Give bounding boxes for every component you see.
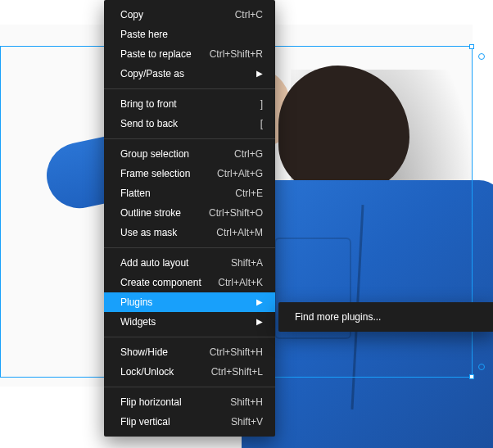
- menu-item-paste-here[interactable]: Paste here: [104, 25, 275, 44]
- submenu-arrow-icon: ▶: [256, 298, 263, 306]
- menu-item-copy-paste-as-label: Copy/Paste as: [120, 68, 256, 79]
- menu-item-paste-replace-shortcut: Ctrl+Shift+R: [195, 48, 263, 60]
- menu-item-use-mask-shortcut: Ctrl+Alt+M: [201, 227, 263, 238]
- menu-item-create-comp[interactable]: Create componentCtrl+Alt+K: [104, 273, 275, 292]
- menu-item-widgets[interactable]: Widgets▶: [104, 312, 275, 332]
- menu-item-create-comp-shortcut: Ctrl+Alt+K: [203, 277, 263, 288]
- menu-item-flip-h-label: Flip horizontal: [120, 396, 215, 408]
- menu-item-lock-unlock-shortcut: Ctrl+Shift+L: [197, 366, 263, 378]
- menu-item-widgets-label: Widgets: [120, 316, 256, 328]
- menu-separator: [104, 138, 275, 139]
- submenu-arrow-icon: ▶: [256, 70, 263, 78]
- menu-item-flatten-shortcut: Ctrl+E: [220, 188, 263, 199]
- menu-item-outline-stroke-label: Outline stroke: [120, 207, 194, 219]
- menu-item-lock-unlock-label: Lock/Unlock: [120, 366, 197, 378]
- menu-item-copy-paste-as[interactable]: Copy/Paste as▶: [104, 64, 275, 84]
- menu-separator: [104, 387, 275, 387]
- menu-item-show-hide[interactable]: Show/HideCtrl+Shift+H: [104, 342, 275, 362]
- menu-item-group-sel-label: Group selection: [120, 148, 219, 160]
- menu-item-use-mask[interactable]: Use as maskCtrl+Alt+M: [104, 223, 275, 242]
- menu-item-plugins-label: Plugins: [120, 296, 256, 308]
- menu-separator: [104, 247, 275, 248]
- menu-separator: [104, 337, 275, 337]
- menu-item-flatten[interactable]: FlattenCtrl+E: [104, 183, 275, 203]
- menu-item-flip-h-shortcut: Shift+H: [215, 396, 263, 408]
- menu-item-flip-h[interactable]: Flip horizontalShift+H: [104, 392, 275, 412]
- menu-item-flip-v[interactable]: Flip verticalShift+V: [104, 412, 275, 432]
- menu-item-bring-front-label: Bring to front: [120, 98, 246, 110]
- menu-item-auto-layout-shortcut: Shift+A: [216, 257, 263, 269]
- menu-item-lock-unlock[interactable]: Lock/UnlockCtrl+Shift+L: [104, 362, 275, 382]
- menu-item-outline-stroke-shortcut: Ctrl+Shift+O: [194, 207, 263, 219]
- submenu-item-find-more-label: Find more plugins...: [295, 311, 483, 323]
- submenu-item-find-more[interactable]: Find more plugins...: [278, 307, 493, 327]
- menu-item-flatten-label: Flatten: [120, 188, 220, 199]
- selection-rotate-tr[interactable]: [478, 53, 485, 60]
- menu-item-auto-layout[interactable]: Add auto layoutShift+A: [104, 253, 275, 273]
- menu-item-use-mask-label: Use as mask: [120, 227, 201, 238]
- menu-item-bring-front-shortcut: ]: [246, 98, 263, 110]
- menu-item-plugins[interactable]: Plugins▶: [104, 292, 275, 312]
- menu-item-frame-sel[interactable]: Frame selectionCtrl+Alt+G: [104, 164, 275, 183]
- menu-item-show-hide-shortcut: Ctrl+Shift+H: [195, 346, 263, 358]
- menu-item-copy-shortcut: Ctrl+C: [220, 9, 263, 20]
- context-menu[interactable]: CopyCtrl+CPaste herePaste to replaceCtrl…: [104, 0, 275, 437]
- menu-item-flip-v-shortcut: Shift+V: [216, 416, 263, 428]
- menu-item-frame-sel-label: Frame selection: [120, 168, 202, 179]
- menu-item-send-back-label: Send to back: [120, 118, 246, 129]
- menu-item-show-hide-label: Show/Hide: [120, 346, 195, 358]
- menu-item-paste-replace[interactable]: Paste to replaceCtrl+Shift+R: [104, 44, 275, 64]
- menu-separator: [104, 88, 275, 89]
- menu-item-bring-front[interactable]: Bring to front]: [104, 94, 275, 114]
- menu-item-copy-label: Copy: [120, 9, 220, 20]
- canvas[interactable]: CopyCtrl+CPaste herePaste to replaceCtrl…: [0, 0, 493, 448]
- menu-item-create-comp-label: Create component: [120, 277, 203, 288]
- menu-item-group-sel-shortcut: Ctrl+G: [219, 148, 263, 160]
- menu-item-paste-here-label: Paste here: [120, 29, 263, 40]
- menu-item-send-back[interactable]: Send to back[: [104, 114, 275, 133]
- menu-item-group-sel[interactable]: Group selectionCtrl+G: [104, 144, 275, 164]
- menu-item-auto-layout-label: Add auto layout: [120, 257, 216, 269]
- plugins-submenu[interactable]: Find more plugins...: [278, 302, 493, 332]
- menu-item-copy[interactable]: CopyCtrl+C: [104, 5, 275, 25]
- menu-item-send-back-shortcut: [: [246, 118, 263, 129]
- submenu-arrow-icon: ▶: [256, 318, 263, 326]
- menu-item-outline-stroke[interactable]: Outline strokeCtrl+Shift+O: [104, 203, 275, 223]
- menu-item-frame-sel-shortcut: Ctrl+Alt+G: [202, 168, 263, 179]
- menu-item-paste-replace-label: Paste to replace: [120, 48, 195, 60]
- menu-item-flip-v-label: Flip vertical: [120, 416, 216, 428]
